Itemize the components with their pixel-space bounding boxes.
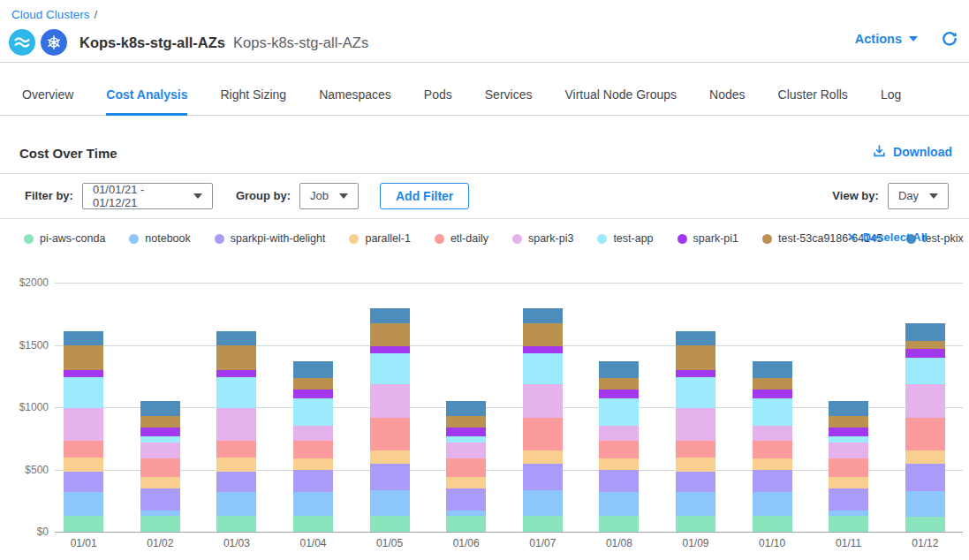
bar-segment[interactable] — [829, 477, 868, 488]
bar-segment[interactable] — [140, 401, 180, 416]
tab-virtual-node-groups[interactable]: Virtual Node Groups — [564, 87, 677, 116]
bar-segment[interactable] — [829, 428, 868, 436]
stacked-bar-01-01[interactable] — [64, 331, 103, 532]
bar-segment[interactable] — [446, 436, 486, 443]
bar-segment[interactable] — [446, 458, 486, 477]
bar-segment[interactable] — [905, 323, 945, 340]
stacked-bar-01-08[interactable] — [599, 361, 639, 532]
bar-segment[interactable] — [216, 492, 256, 517]
bar-segment[interactable] — [676, 516, 715, 532]
bar-segment[interactable] — [676, 492, 715, 517]
bar-segment[interactable] — [293, 492, 333, 516]
bar-segment[interactable] — [905, 384, 945, 418]
bar-segment[interactable] — [370, 353, 410, 383]
bar-segment[interactable] — [753, 378, 792, 390]
stacked-bar-01-11[interactable] — [829, 401, 868, 532]
bar-segment[interactable] — [599, 458, 639, 469]
bar-segment[interactable] — [293, 390, 333, 398]
bar-segment[interactable] — [293, 398, 333, 426]
tab-nodes[interactable]: Nodes — [709, 87, 745, 116]
bar-segment[interactable] — [446, 488, 486, 511]
bar-segment[interactable] — [676, 458, 715, 472]
bar-segment[interactable] — [905, 517, 945, 532]
tab-overview[interactable]: Overview — [22, 87, 73, 116]
bar-segment[interactable] — [523, 308, 563, 323]
bar-segment[interactable] — [446, 477, 486, 488]
bar-segment[interactable] — [140, 416, 180, 428]
view-by-select[interactable]: Day — [888, 183, 949, 209]
bar-segment[interactable] — [446, 443, 486, 458]
bar-segment[interactable] — [293, 516, 333, 532]
bar-segment[interactable] — [216, 345, 256, 370]
bar-segment[interactable] — [599, 516, 639, 532]
bar-segment[interactable] — [64, 345, 103, 370]
download-button[interactable]: Download — [872, 144, 952, 159]
bar-segment[interactable] — [753, 390, 792, 398]
bar-segment[interactable] — [829, 488, 868, 511]
bar-segment[interactable] — [753, 516, 792, 532]
bar-segment[interactable] — [905, 341, 945, 350]
bar-segment[interactable] — [216, 472, 256, 492]
legend-item[interactable]: sparkpi-with-delight — [215, 232, 326, 245]
legend-item[interactable]: etl-daily — [435, 232, 488, 245]
bar-segment[interactable] — [599, 470, 639, 492]
bar-segment[interactable] — [829, 516, 868, 532]
bar-segment[interactable] — [370, 346, 410, 354]
bar-segment[interactable] — [599, 390, 639, 398]
bar-segment[interactable] — [216, 441, 256, 458]
bar-segment[interactable] — [523, 450, 563, 464]
stacked-bar-01-12[interactable] — [905, 323, 945, 532]
stacked-bar-01-05[interactable] — [370, 308, 410, 532]
bar-segment[interactable] — [905, 464, 945, 492]
stacked-bar-01-06[interactable] — [446, 401, 486, 532]
stacked-bar-01-02[interactable] — [140, 401, 180, 532]
bar-segment[interactable] — [523, 353, 563, 383]
bar-segment[interactable] — [753, 441, 792, 458]
bar-segment[interactable] — [140, 443, 180, 458]
tab-services[interactable]: Services — [485, 87, 533, 116]
bar-segment[interactable] — [216, 370, 256, 378]
refresh-icon[interactable] — [941, 30, 958, 48]
bar-segment[interactable] — [140, 488, 180, 511]
bar-segment[interactable] — [753, 361, 792, 378]
bar-segment[interactable] — [293, 470, 333, 492]
bar-segment[interactable] — [216, 458, 256, 472]
bar-segment[interactable] — [676, 408, 715, 441]
bar-segment[interactable] — [599, 441, 639, 458]
bar-segment[interactable] — [216, 377, 256, 407]
bar-segment[interactable] — [216, 408, 256, 441]
bar-segment[interactable] — [293, 441, 333, 458]
bar-segment[interactable] — [64, 377, 103, 407]
bar-segment[interactable] — [599, 492, 639, 516]
stacked-bar-01-03[interactable] — [216, 331, 256, 532]
bar-segment[interactable] — [140, 516, 180, 532]
bar-segment[interactable] — [523, 323, 563, 346]
legend-item[interactable]: parallel-1 — [349, 232, 410, 245]
bar-segment[interactable] — [905, 418, 945, 450]
bar-segment[interactable] — [905, 491, 945, 517]
bar-segment[interactable] — [523, 464, 563, 491]
bar-segment[interactable] — [64, 370, 103, 378]
tab-log[interactable]: Log — [881, 87, 901, 116]
bar-segment[interactable] — [523, 346, 563, 354]
legend-item[interactable]: test-app — [597, 232, 653, 245]
bar-segment[interactable] — [753, 398, 792, 426]
bar-segment[interactable] — [64, 441, 103, 458]
tab-right-sizing[interactable]: Right Sizing — [220, 87, 286, 116]
tab-namespaces[interactable]: Namespaces — [319, 87, 391, 116]
stacked-bar-01-07[interactable] — [523, 308, 563, 532]
bar-segment[interactable] — [64, 331, 103, 346]
stacked-bar-01-10[interactable] — [753, 361, 792, 532]
bar-segment[interactable] — [446, 428, 486, 436]
bar-segment[interactable] — [829, 401, 868, 416]
bar-segment[interactable] — [370, 323, 410, 346]
bar-segment[interactable] — [599, 378, 639, 390]
bar-segment[interactable] — [523, 490, 563, 516]
bar-segment[interactable] — [599, 398, 639, 426]
bar-segment[interactable] — [676, 370, 715, 378]
legend-item[interactable]: notebook — [129, 232, 190, 245]
bar-segment[interactable] — [216, 516, 256, 532]
bar-segment[interactable] — [446, 416, 486, 428]
bar-segment[interactable] — [64, 458, 103, 472]
bar-segment[interactable] — [523, 384, 563, 418]
